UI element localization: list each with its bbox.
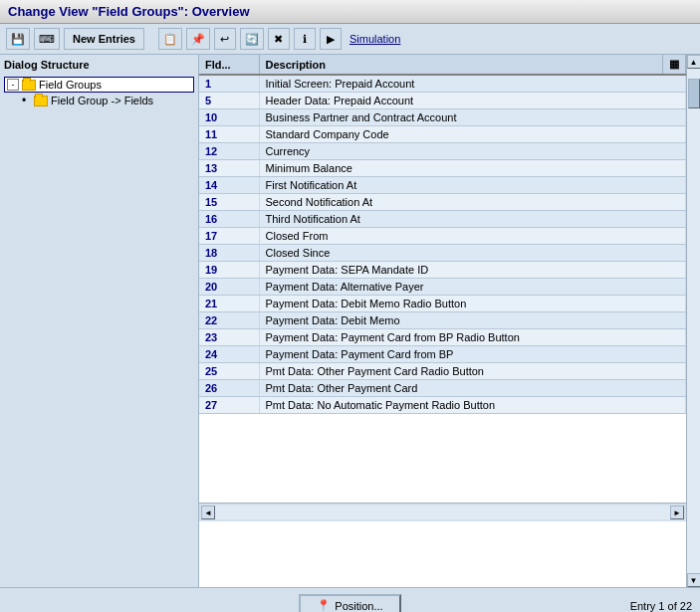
cell-fld: 5: [199, 93, 259, 109]
cell-fld: 25: [199, 363, 259, 380]
tree-item-label-field-group-fields: Field Group -> Fields: [51, 95, 153, 106]
table-row[interactable]: 22Payment Data: Debit Memo: [199, 312, 686, 329]
vertical-scrollbar[interactable]: ▲ ▼: [686, 55, 700, 587]
table-row[interactable]: 16Third Notification At: [199, 211, 686, 228]
cell-description: Payment Data: Payment Card from BP Radio…: [259, 329, 686, 346]
save-button[interactable]: 💾: [6, 28, 30, 50]
select-button[interactable]: ▶: [320, 28, 342, 50]
cell-fld: 27: [199, 397, 259, 414]
col-header-fld: Fld...: [199, 55, 259, 75]
col-header-action: ▦: [663, 55, 686, 75]
table-row[interactable]: 15Second Notification At: [199, 194, 686, 211]
cell-description: Payment Data: Alternative Payer: [259, 279, 686, 296]
scroll-right-button[interactable]: ►: [670, 506, 684, 519]
cell-description: Header Data: Prepaid Account: [259, 93, 686, 109]
cell-fld: 17: [199, 228, 259, 245]
position-button[interactable]: 📍 Position...: [299, 594, 400, 612]
cell-description: Payment Data: Debit Memo Radio Button: [259, 296, 686, 312]
cell-fld: 26: [199, 380, 259, 397]
cell-description: Closed Since: [259, 245, 686, 262]
table-area: Fld... Description ▦ 1Initial Screen: Pr…: [199, 55, 700, 587]
page-title: Change View "Field Groups": Overview: [8, 4, 250, 19]
cell-fld: 19: [199, 262, 259, 279]
right-panel: Fld... Description ▦ 1Initial Screen: Pr…: [199, 55, 700, 587]
scroll-down-button[interactable]: ▼: [687, 573, 701, 587]
cell-description: Third Notification At: [259, 211, 686, 228]
cell-fld: 1: [199, 75, 259, 93]
cell-fld: 14: [199, 177, 259, 194]
scrollbar-thumb[interactable]: [688, 79, 700, 108]
undo-button[interactable]: ↩: [214, 28, 236, 50]
table-row[interactable]: 23Payment Data: Payment Card from BP Rad…: [199, 329, 686, 346]
table-row[interactable]: 25Pmt Data: Other Payment Card Radio But…: [199, 363, 686, 380]
cell-description: Pmt Data: No Automatic Payment Radio But…: [259, 397, 686, 414]
cell-fld: 10: [199, 109, 259, 126]
expand-icon[interactable]: -: [7, 79, 19, 91]
horizontal-scrollbar[interactable]: ◄ ►: [199, 503, 686, 521]
cell-description: Business Partner and Contract Account: [259, 109, 686, 126]
tree-indent: •: [22, 94, 34, 107]
table-row[interactable]: 12Currency: [199, 143, 686, 160]
cell-fld: 15: [199, 194, 259, 211]
tree-item-field-group-fields[interactable]: • Field Group -> Fields: [20, 93, 194, 108]
tree-item-label-field-groups: Field Groups: [39, 79, 102, 91]
toolbar: 💾 ⌨ New Entries 📋 📌 ↩ 🔄 ✖ ℹ ▶ Simulation: [0, 24, 700, 55]
simulation-link[interactable]: Simulation: [350, 33, 400, 45]
scroll-up-button[interactable]: ▲: [687, 55, 701, 69]
position-label: Position...: [335, 600, 382, 612]
title-bar: Change View "Field Groups": Overview: [0, 0, 700, 24]
cell-description: First Notification At: [259, 177, 686, 194]
table-row[interactable]: 11Standard Company Code: [199, 126, 686, 143]
table-row[interactable]: 18Closed Since: [199, 245, 686, 262]
shortcut-button[interactable]: ⌨: [34, 28, 60, 50]
table-row[interactable]: 27Pmt Data: No Automatic Payment Radio B…: [199, 397, 686, 414]
position-icon: 📍: [317, 599, 331, 612]
dialog-structure-title: Dialog Structure: [4, 59, 194, 71]
table-row[interactable]: 20Payment Data: Alternative Payer: [199, 279, 686, 296]
bottom-bar: 📍 Position... Entry 1 of 22: [0, 587, 700, 612]
table-row[interactable]: 24Payment Data: Payment Card from BP: [199, 346, 686, 363]
cell-fld: 11: [199, 126, 259, 143]
scroll-left-button[interactable]: ◄: [201, 506, 215, 519]
tree-child: • Field Group -> Fields: [20, 93, 194, 108]
paste-button[interactable]: 📌: [186, 28, 210, 50]
table-row[interactable]: 17Closed From: [199, 228, 686, 245]
scrollbar-track[interactable]: [687, 69, 701, 573]
table-row[interactable]: 26Pmt Data: Other Payment Card: [199, 380, 686, 397]
cell-description: Pmt Data: Other Payment Card: [259, 380, 686, 397]
cell-description: Payment Data: SEPA Mandate ID: [259, 262, 686, 279]
cell-description: Standard Company Code: [259, 126, 686, 143]
table-row[interactable]: 1Initial Screen: Prepaid Account: [199, 75, 686, 93]
delete-button[interactable]: ✖: [268, 28, 290, 50]
cell-description: Second Notification At: [259, 194, 686, 211]
table-row[interactable]: 10Business Partner and Contract Account: [199, 109, 686, 126]
new-entries-button[interactable]: New Entries: [64, 28, 144, 50]
cell-fld: 21: [199, 296, 259, 312]
cell-fld: 16: [199, 211, 259, 228]
tree-item-field-groups[interactable]: - Field Groups: [4, 77, 194, 93]
table-row[interactable]: 19Payment Data: SEPA Mandate ID: [199, 262, 686, 279]
main-content: Dialog Structure - Field Groups • Field …: [0, 55, 700, 587]
cell-description: Payment Data: Payment Card from BP: [259, 346, 686, 363]
info-button[interactable]: ℹ: [294, 28, 316, 50]
entry-info: Entry 1 of 22: [630, 600, 692, 612]
left-panel: Dialog Structure - Field Groups • Field …: [0, 55, 199, 587]
cell-description: Closed From: [259, 228, 686, 245]
table-header-row: Fld... Description ▦: [199, 55, 686, 75]
table-scroll-area[interactable]: Fld... Description ▦ 1Initial Screen: Pr…: [199, 55, 686, 503]
table-row[interactable]: 13Minimum Balance: [199, 160, 686, 177]
copy-button[interactable]: 📋: [158, 28, 182, 50]
table-row[interactable]: 14First Notification At: [199, 177, 686, 194]
grid-icon[interactable]: ▦: [669, 58, 679, 70]
cell-description: Currency: [259, 143, 686, 160]
cell-fld: 23: [199, 329, 259, 346]
field-groups-table: Fld... Description ▦ 1Initial Screen: Pr…: [199, 55, 686, 414]
refresh-button[interactable]: 🔄: [240, 28, 264, 50]
table-row[interactable]: 21Payment Data: Debit Memo Radio Button: [199, 296, 686, 312]
cell-fld: 18: [199, 245, 259, 262]
cell-fld: 12: [199, 143, 259, 160]
cell-fld: 24: [199, 346, 259, 363]
cell-description: Initial Screen: Prepaid Account: [259, 75, 686, 93]
cell-fld: 13: [199, 160, 259, 177]
table-row[interactable]: 5Header Data: Prepaid Account: [199, 93, 686, 109]
